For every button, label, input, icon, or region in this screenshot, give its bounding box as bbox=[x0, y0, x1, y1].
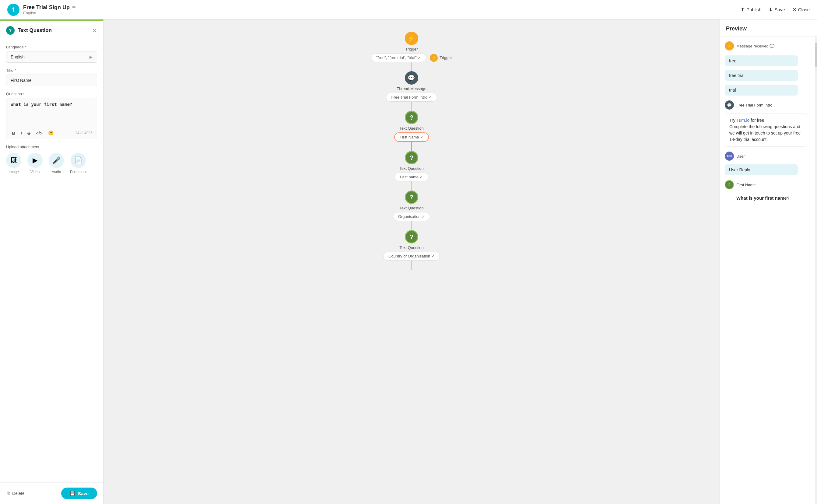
connector-6 bbox=[411, 261, 412, 270]
publish-button[interactable]: ⬆ Publish bbox=[741, 7, 761, 12]
question-pill-4[interactable]: Country of Organisation ✓ bbox=[383, 252, 440, 261]
document-label: Document bbox=[70, 170, 87, 174]
language-label: Language * bbox=[6, 45, 97, 49]
question-label: Question * bbox=[6, 92, 97, 96]
thread-message-content: Try Turn.io for free Complete the follow… bbox=[725, 113, 807, 147]
user-label: User bbox=[736, 154, 745, 159]
document-icon: 📄 bbox=[71, 153, 86, 168]
question-circle-3: ? bbox=[405, 191, 418, 204]
question-node-3: ? Text Question Organisation ✓ bbox=[393, 191, 430, 221]
title-input[interactable] bbox=[6, 75, 97, 86]
panel-body: Language * English ▶ Title * Ques bbox=[0, 39, 103, 482]
question-pill-text-2: Last name ✓ bbox=[400, 175, 423, 179]
question-preview-icon: ? bbox=[725, 180, 734, 189]
panel-title-icon: ? bbox=[6, 26, 15, 35]
question-label-1: Text Question bbox=[399, 126, 424, 131]
user-reply-bubble: User Reply bbox=[725, 164, 798, 175]
question-circle-1: ? bbox=[405, 111, 418, 124]
question-pill-1[interactable]: First Name ✓ bbox=[394, 132, 429, 142]
connector-1 bbox=[411, 62, 412, 71]
thread-label: Thread Message bbox=[397, 86, 426, 91]
language-select[interactable]: English ▶ bbox=[6, 51, 97, 63]
preview-body: ⚡ Message received 💬 free free trial tri… bbox=[720, 37, 817, 504]
strikethrough-button[interactable]: S bbox=[26, 130, 32, 136]
audio-icon: 🎤 bbox=[49, 153, 64, 168]
upload-video[interactable]: ▶ Video bbox=[27, 153, 43, 174]
message-received-row: ⚡ Message received 💬 bbox=[725, 41, 812, 51]
upload-section: Upload attachment 🖼 Image ▶ Video 🎤 Audi… bbox=[6, 145, 97, 174]
topbar-title-block: Free Trial Sign Up ✏ English bbox=[23, 4, 76, 15]
save-disk-icon: 💾 bbox=[70, 491, 75, 496]
bold-button[interactable]: B bbox=[11, 130, 16, 136]
upload-label: Upload attachment bbox=[6, 145, 97, 149]
connector-5 bbox=[411, 221, 412, 230]
question-preview-header: ? First Name bbox=[725, 180, 812, 189]
question-node-4: ? Text Question Country of Organisation … bbox=[383, 230, 440, 261]
scrollbar-thumb[interactable] bbox=[815, 43, 817, 67]
chat-bubble-trial: trial bbox=[725, 85, 798, 96]
message-received-icon: ⚡ bbox=[725, 41, 734, 51]
close-icon: ✕ bbox=[792, 7, 796, 12]
delete-button[interactable]: 🗑 Delete bbox=[6, 491, 24, 496]
textarea-toolbar: B I S </> 🙂 24 of 4096 bbox=[6, 127, 97, 139]
question-circle-4: ? bbox=[405, 230, 418, 243]
title-field-group: Title * bbox=[6, 68, 97, 86]
thread-node: 💬 Thread Message Free Trial Form Intro ✓ bbox=[386, 71, 437, 102]
question-node-1: ? Text Question First Name ✓ bbox=[394, 111, 429, 142]
chat-bubble-free: free bbox=[725, 55, 798, 66]
save-button-topbar[interactable]: ⬇ Save bbox=[769, 7, 785, 12]
code-button[interactable]: </> bbox=[35, 130, 44, 136]
question-pill-3[interactable]: Organisation ✓ bbox=[393, 212, 430, 221]
panel-header: ? Text Question ✕ bbox=[0, 21, 103, 39]
panel-title-text: Text Question bbox=[18, 27, 52, 33]
upload-audio[interactable]: 🎤 Audio bbox=[49, 153, 64, 174]
trigger-side-icon: ⚡ bbox=[430, 54, 438, 62]
right-panel: Preview ⚡ Message received 💬 free free t… bbox=[720, 19, 817, 504]
thread-section-header: 💬 Free Trial Form Intro bbox=[725, 100, 812, 110]
title-required: * bbox=[15, 68, 16, 73]
italic-button[interactable]: I bbox=[19, 130, 23, 136]
preview-header: Preview bbox=[720, 19, 817, 37]
upload-image[interactable]: 🖼 Image bbox=[6, 153, 21, 174]
panel-close-button[interactable]: ✕ bbox=[92, 27, 97, 34]
logo: t bbox=[7, 4, 19, 16]
trigger-side-label: ⚡ Trigger bbox=[430, 54, 452, 62]
main-layout: ? Text Question ✕ Language * English ▶ bbox=[0, 19, 817, 504]
topbar: t Free Trial Sign Up ✏ English ⬆ Publish… bbox=[0, 0, 817, 19]
save-button-panel[interactable]: 💾 Save bbox=[61, 488, 97, 499]
upload-items: 🖼 Image ▶ Video 🎤 Audio 📄 Document bbox=[6, 153, 97, 174]
thread-preview-label: Free Trial Form Intro bbox=[736, 103, 772, 107]
question-label-4: Text Question bbox=[399, 245, 424, 250]
question-pill-text-4: Country of Organisation ✓ bbox=[388, 254, 435, 258]
save-icon: ⬇ bbox=[769, 7, 773, 12]
chevron-right-icon: ▶ bbox=[89, 55, 93, 59]
thread-preview-icon: 💬 bbox=[725, 100, 734, 110]
question-pill-text-1: First Name ✓ bbox=[400, 135, 423, 139]
topbar-title-main: Free Trial Sign Up ✏ bbox=[23, 4, 76, 11]
thread-pill[interactable]: Free Trial Form Intro ✓ bbox=[386, 93, 437, 102]
title-label: Title * bbox=[6, 68, 97, 73]
trigger-node: ⚡ Trigger "free", "free trial", "trial" … bbox=[371, 32, 452, 62]
question-pill-2[interactable]: Last name ✓ bbox=[395, 173, 428, 181]
question-preview-text: What is your first name? bbox=[725, 193, 812, 201]
user-avatar: UN bbox=[725, 152, 734, 161]
question-textarea-wrap: B I S </> 🙂 24 of 4096 bbox=[6, 98, 97, 139]
char-count: 24 of 4096 bbox=[75, 131, 93, 135]
user-row: UN User bbox=[725, 152, 812, 161]
question-textarea[interactable] bbox=[6, 98, 97, 126]
flow-canvas: ⚡ Trigger "free", "free trial", "trial" … bbox=[351, 32, 472, 492]
turn-io-link[interactable]: Turn.io bbox=[736, 118, 749, 123]
close-button[interactable]: ✕ Close bbox=[792, 7, 810, 12]
left-panel: ? Text Question ✕ Language * English ▶ bbox=[0, 19, 103, 504]
emoji-button[interactable]: 🙂 bbox=[47, 130, 55, 136]
trigger-pill[interactable]: "free", "free trial", "trial" ✓ bbox=[371, 53, 426, 62]
language-field-group: Language * English ▶ bbox=[6, 45, 97, 63]
question-pill-text-3: Organisation ✓ bbox=[398, 214, 425, 219]
upload-document[interactable]: 📄 Document bbox=[70, 153, 87, 174]
edit-icon[interactable]: ✏ bbox=[72, 5, 76, 10]
app-title: Free Trial Sign Up bbox=[23, 4, 70, 11]
topbar-left: t Free Trial Sign Up ✏ English bbox=[7, 4, 76, 16]
image-label: Image bbox=[9, 170, 19, 174]
connector-4 bbox=[411, 181, 412, 191]
connector-2 bbox=[411, 102, 412, 111]
